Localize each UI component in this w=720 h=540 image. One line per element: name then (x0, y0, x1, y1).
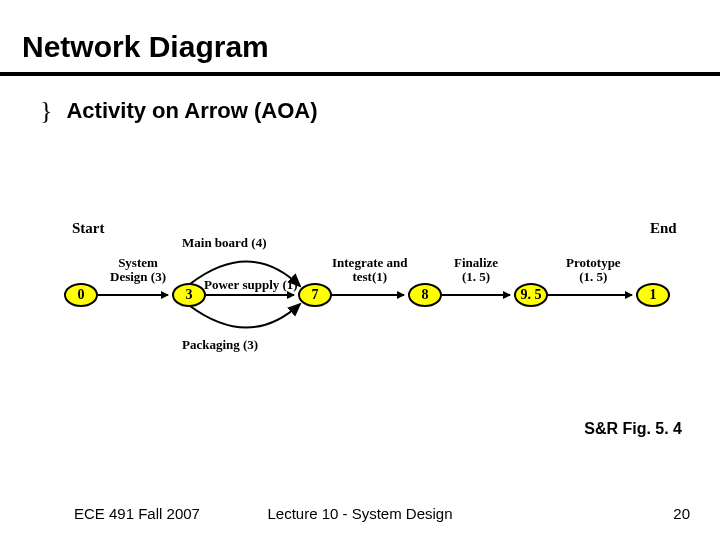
label-system-design-l2: Design (3) (110, 270, 166, 284)
label-mainboard: Main board (4) (182, 236, 267, 250)
label-finalize: Finalize (1. 5) (454, 256, 498, 285)
bullet-icon: } (40, 98, 52, 124)
figure-caption: S&R Fig. 5. 4 (584, 420, 682, 438)
label-prototype: Prototype (1. 5) (566, 256, 621, 285)
label-finalize-l2: (1. 5) (454, 270, 498, 284)
page-title: Network Diagram (0, 0, 720, 72)
footer: ECE 491 Fall 2007 Lecture 10 - System De… (0, 505, 720, 522)
label-finalize-l1: Finalize (454, 256, 498, 270)
label-power: Power supply (1) (204, 278, 298, 292)
label-integrate-l1: Integrate and (332, 256, 407, 270)
label-packaging: Packaging (3) (182, 338, 258, 352)
bullet-item: } Activity on Arrow (AOA) (0, 76, 720, 124)
label-system-design: System Design (3) (110, 256, 166, 285)
label-integrate: Integrate and test(1) (332, 256, 407, 285)
label-prototype-l2: (1. 5) (566, 270, 621, 284)
label-system-design-l1: System (110, 256, 166, 270)
aoa-diagram: Start End 0 3 7 8 9. 5 1 Main board (4) … (0, 200, 720, 400)
curved-edges (0, 200, 720, 400)
footer-right: 20 (673, 505, 690, 522)
label-integrate-l2: test(1) (332, 270, 407, 284)
footer-left: ECE 491 Fall 2007 (74, 505, 200, 522)
bullet-text: Activity on Arrow (AOA) (66, 98, 317, 124)
label-prototype-l1: Prototype (566, 256, 621, 270)
